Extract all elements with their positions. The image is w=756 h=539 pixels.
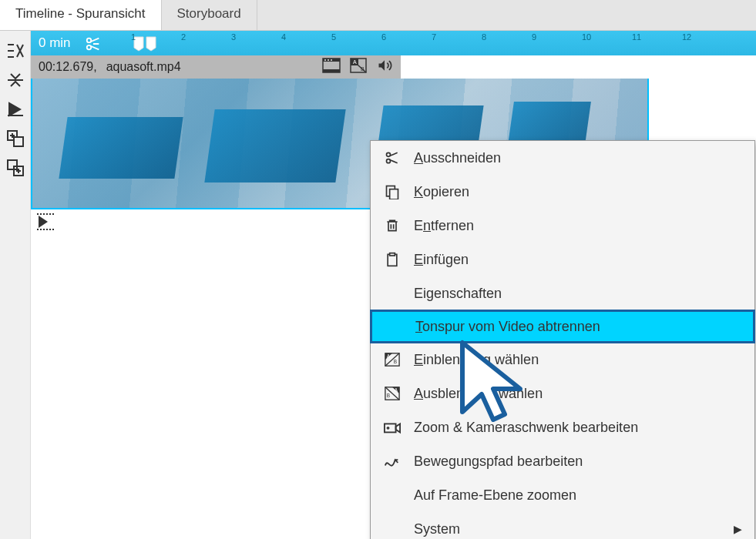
menu-properties[interactable]: Eigenschaften <box>371 276 754 310</box>
svg-rect-19 <box>390 253 395 256</box>
tool-add-bottom-icon[interactable] <box>5 157 26 179</box>
svg-rect-1 <box>14 137 23 146</box>
trash-icon <box>383 216 402 235</box>
clip-time: 00:12.679, <box>39 60 97 74</box>
menu-fade-in[interactable]: AB Einblendung wählen <box>371 343 754 377</box>
timeline-ruler[interactable]: 0 min 1 2 3 4 5 6 7 8 9 10 11 <box>31 31 756 55</box>
svg-text:A: A <box>353 59 357 65</box>
tab-storyboard[interactable]: Storyboard <box>162 0 257 30</box>
menu-cut-label: Ausschneiden <box>414 150 742 166</box>
camera-plus-icon <box>383 418 402 437</box>
copy-icon <box>383 182 402 201</box>
svg-text:A: A <box>395 387 398 393</box>
marker-icon[interactable] <box>133 35 157 55</box>
menu-motion-path[interactable]: Bewegungspfad bearbeiten <box>371 444 754 478</box>
tool-tracks-icon[interactable] <box>5 40 26 62</box>
track-start-marker[interactable] <box>31 211 62 233</box>
menu-fade-in-label: Einblendung wählen <box>414 352 742 368</box>
menu-zoom-pan-label: Zoom & Kameraschwenk bearbeiten <box>414 420 742 436</box>
svg-rect-26 <box>385 424 396 432</box>
menu-motion-path-label: Bewegungspfad bearbeiten <box>414 454 742 470</box>
svg-rect-9 <box>324 59 326 61</box>
filmstrip-icon[interactable] <box>322 58 341 76</box>
menu-copy-label: Kopieren <box>414 184 742 200</box>
clip-header[interactable]: 00:12.679, aquasoft.mp4 AB <box>31 55 401 79</box>
menu-zoom-pan[interactable]: Zoom & Kameraschwenk bearbeiten <box>371 410 754 444</box>
menu-fade-out-label: Ausblendung wählen <box>414 386 742 402</box>
menu-remove-label: Entfernen <box>414 218 742 234</box>
audio-icon[interactable] <box>376 58 393 76</box>
tool-collapse-icon[interactable] <box>5 69 26 91</box>
chevron-right-icon: ▶ <box>734 523 742 535</box>
tool-play-icon[interactable] <box>5 99 26 120</box>
menu-properties-label: Eigenschaften <box>414 286 742 302</box>
svg-rect-10 <box>328 59 329 61</box>
menu-system-label: System <box>414 521 721 537</box>
svg-text:B: B <box>387 393 390 398</box>
fade-out-icon: BA <box>383 384 402 403</box>
fade-in-icon: AB <box>383 350 402 369</box>
ruler-start-label: 0 min <box>39 35 71 51</box>
svg-rect-8 <box>323 69 340 72</box>
paste-icon <box>383 250 402 269</box>
left-toolbar <box>0 31 31 539</box>
context-menu: Ausschneiden Kopieren Entfernen Einfügen… <box>370 140 755 539</box>
svg-rect-11 <box>331 59 332 61</box>
tool-add-top-icon[interactable] <box>5 128 26 149</box>
svg-text:B: B <box>394 359 397 364</box>
menu-paste-label: Einfügen <box>414 252 742 268</box>
svg-text:A: A <box>387 353 391 359</box>
scissors-icon[interactable] <box>85 35 102 55</box>
menu-paste[interactable]: Einfügen <box>371 243 754 276</box>
path-icon <box>383 452 402 470</box>
menu-frame-zoom[interactable]: Auf Frame-Ebene zoomen <box>371 478 754 512</box>
svg-rect-17 <box>390 189 398 199</box>
menu-copy[interactable]: Kopieren <box>371 175 754 209</box>
clip-filename: aquasoft.mp4 <box>106 60 181 74</box>
menu-remove[interactable]: Entfernen <box>371 209 754 243</box>
svg-rect-2 <box>8 160 17 169</box>
menu-cut[interactable]: Ausschneiden <box>371 141 754 175</box>
menu-fade-out[interactable]: BA Ausblendung wählen <box>371 377 754 410</box>
menu-separate-audio-label: Tonspur vom Video abtrennen <box>415 319 741 335</box>
menu-system[interactable]: System ▶ <box>371 512 754 539</box>
menu-separate-audio[interactable]: Tonspur vom Video abtrennen <box>370 310 755 343</box>
menu-frame-zoom-label: Auf Frame-Ebene zoomen <box>414 487 742 504</box>
transition-icon[interactable]: AB <box>350 58 367 76</box>
tab-timeline[interactable]: Timeline - Spuransicht <box>0 0 162 30</box>
svg-text:B: B <box>361 66 365 72</box>
cut-icon <box>383 149 402 167</box>
tabs-bar: Timeline - Spuransicht Storyboard <box>0 0 756 31</box>
